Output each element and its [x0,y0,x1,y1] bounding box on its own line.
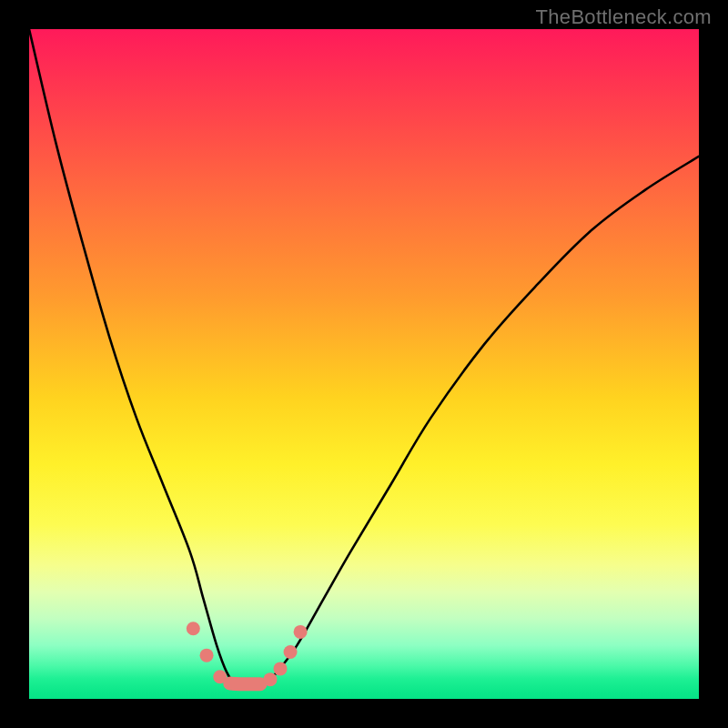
valley-bar [230,683,260,684]
bottleneck-curve-svg [29,29,699,699]
valley-marker [263,672,277,686]
valley-marker [294,625,308,639]
watermark-text: TheBottleneck.com [536,5,712,29]
valley-marker [284,645,298,659]
valley-marker [213,670,227,683]
valley-marker [274,662,288,675]
valley-markers [187,622,308,686]
valley-marker [187,622,200,635]
bottleneck-curve-line [29,29,699,686]
plot-area [29,29,699,699]
valley-marker [200,649,214,662]
chart-frame: TheBottleneck.com [0,0,728,728]
